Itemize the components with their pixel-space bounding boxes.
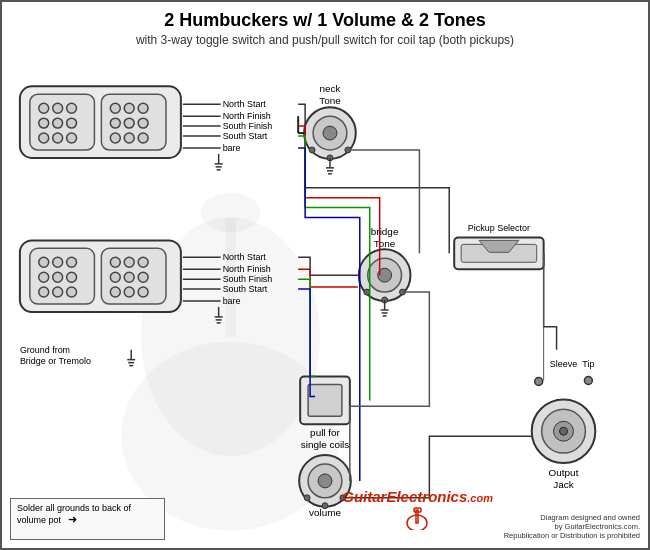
svg-point-22 (110, 133, 120, 143)
title-area: 2 Humbuckers w/ 1 Volume & 2 Tones with … (2, 2, 648, 47)
svg-point-20 (124, 118, 134, 128)
svg-point-14 (53, 133, 63, 143)
svg-point-2 (201, 193, 261, 233)
svg-point-7 (39, 103, 49, 113)
svg-text:neck: neck (319, 83, 340, 94)
svg-point-101 (308, 464, 342, 498)
svg-point-10 (39, 118, 49, 128)
svg-point-84 (323, 126, 337, 140)
svg-text:bridge: bridge (371, 226, 399, 237)
brand-guitar-icon (400, 505, 435, 530)
svg-point-102 (318, 474, 332, 488)
copyright-line2: by GuitarElectronics.com. (504, 522, 640, 531)
svg-text:bare: bare (223, 296, 241, 306)
svg-text:South Start: South Start (223, 284, 268, 294)
svg-text:Pickup Selector: Pickup Selector (468, 223, 530, 233)
sub-title: with 3-way toggle switch and push/pull s… (2, 33, 648, 47)
svg-point-105 (322, 503, 328, 509)
brand-logo-text: GuitarElectronics.com (342, 488, 493, 505)
svg-point-116 (542, 409, 586, 453)
svg-point-56 (138, 272, 148, 282)
svg-point-44 (67, 257, 77, 267)
svg-point-90 (359, 249, 411, 301)
svg-text:South Finish: South Finish (223, 274, 273, 284)
svg-text:South Start: South Start (223, 131, 268, 141)
svg-text:volume: volume (309, 507, 341, 518)
svg-text:South Finish: South Finish (223, 121, 273, 131)
svg-rect-6 (101, 94, 166, 150)
svg-point-9 (67, 103, 77, 113)
svg-point-86 (327, 155, 333, 161)
svg-point-114 (584, 377, 592, 385)
svg-point-95 (400, 289, 406, 295)
page-container: 2 Humbuckers w/ 1 Volume & 2 Tones with … (0, 0, 650, 550)
svg-rect-1 (226, 218, 236, 337)
svg-point-23 (124, 133, 134, 143)
svg-text:Output: Output (549, 467, 579, 478)
svg-rect-4 (20, 86, 181, 158)
svg-point-18 (138, 103, 148, 113)
svg-marker-110 (479, 240, 519, 252)
svg-text:pull for: pull for (310, 427, 340, 438)
svg-point-11 (53, 118, 63, 128)
svg-point-85 (309, 147, 315, 153)
svg-text:North Finish: North Finish (223, 264, 271, 274)
svg-rect-40 (30, 248, 95, 304)
svg-text:North Finish: North Finish (223, 111, 271, 121)
svg-rect-98 (300, 377, 350, 425)
svg-point-43 (53, 257, 63, 267)
svg-point-54 (110, 272, 120, 282)
svg-text:Tone: Tone (374, 238, 396, 249)
svg-point-82 (304, 107, 356, 159)
svg-text:Tone: Tone (319, 95, 341, 106)
svg-point-42 (39, 257, 49, 267)
svg-point-59 (138, 287, 148, 297)
svg-text:Ground from: Ground from (20, 345, 70, 355)
svg-point-12 (67, 118, 77, 128)
svg-point-50 (67, 287, 77, 297)
svg-point-53 (138, 257, 148, 267)
svg-point-112 (535, 378, 543, 386)
copyright-line3: Republication or Distribution is prohibi… (504, 531, 640, 540)
svg-rect-108 (454, 237, 543, 269)
svg-point-52 (124, 257, 134, 267)
svg-point-58 (124, 287, 134, 297)
svg-text:North Start: North Start (223, 99, 267, 109)
brand-logo: GuitarElectronics.com (342, 488, 493, 534)
svg-point-24 (138, 133, 148, 143)
svg-text:Sleeve: Sleeve (550, 359, 577, 369)
svg-text:Tip: Tip (582, 359, 594, 369)
svg-point-46 (53, 272, 63, 282)
svg-point-51 (110, 257, 120, 267)
svg-point-94 (382, 297, 388, 303)
svg-point-17 (124, 103, 134, 113)
svg-point-91 (368, 258, 402, 292)
svg-rect-5 (30, 94, 95, 150)
arrow-icon: ➜ (68, 513, 77, 525)
svg-point-87 (345, 147, 351, 153)
svg-point-19 (110, 118, 120, 128)
copyright-area: Diagram designed and owned by GuitarElec… (504, 513, 640, 540)
svg-point-115 (532, 399, 596, 463)
svg-point-57 (110, 287, 120, 297)
svg-point-55 (124, 272, 134, 282)
svg-point-104 (304, 495, 310, 501)
svg-point-83 (313, 116, 347, 150)
svg-point-118 (560, 427, 568, 435)
svg-point-93 (364, 289, 370, 295)
copyright-line1: Diagram designed and owned (504, 513, 640, 522)
svg-text:single coils: single coils (301, 439, 350, 450)
svg-point-117 (554, 421, 574, 441)
svg-point-15 (67, 133, 77, 143)
svg-point-16 (110, 103, 120, 113)
svg-point-48 (39, 287, 49, 297)
svg-point-92 (378, 268, 392, 282)
svg-text:bare: bare (223, 143, 241, 153)
svg-text:North Start: North Start (223, 252, 267, 262)
svg-point-49 (53, 287, 63, 297)
svg-rect-41 (101, 248, 166, 304)
svg-text:Bridge or Tremolo: Bridge or Tremolo (20, 356, 91, 366)
svg-point-8 (53, 103, 63, 113)
svg-point-45 (39, 272, 49, 282)
wiring-diagram: North Start North Finish South Finish So… (2, 57, 648, 550)
